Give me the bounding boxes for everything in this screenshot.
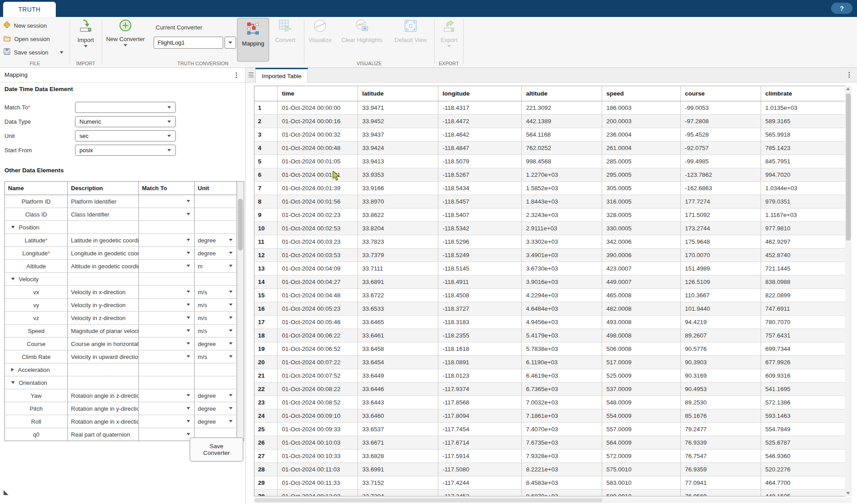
table-vertical-scrollbar[interactable] [845,86,852,496]
mapping-table-row[interactable]: AltitudeAltitude in geodetic coordinates… [5,260,237,273]
match-to-dropdown[interactable] [139,325,195,337]
mapping-table-row[interactable]: RollRotation angle in x-directiondegree [5,415,237,428]
match-to-dropdown[interactable] [139,299,195,311]
open-session-button[interactable]: Open session [4,34,50,43]
table-row[interactable]: 101-Oct-2024 00:00:0033.9471-118.4317221… [254,101,845,115]
column-header-time[interactable]: time [277,86,358,101]
collapse-icon[interactable] [11,278,15,280]
mapping-table-row[interactable]: Climb RateVelocity in upward directionm/… [5,350,237,363]
unit-dropdown[interactable]: m/s [195,312,237,324]
dropdown-data-type[interactable]: Numeric [75,116,176,127]
unit-dropdown[interactable]: degree [195,247,237,259]
table-row[interactable]: 701-Oct-2024 00:01:3933.9166-118.54341.5… [254,182,845,195]
column-header-latitude[interactable]: latitude [358,86,438,101]
table-row[interactable]: 2101-Oct-2024 00:07:5233.6449-118.01236.… [254,369,845,383]
table-row[interactable]: 301-Oct-2024 00:00:3233.9437-118.4642564… [254,128,845,142]
table-row[interactable]: 2901-Oct-2024 00:11:3333.7152-117.42448.… [254,476,845,490]
unit-dropdown[interactable]: degree [195,389,237,402]
table-row[interactable]: 2601-Oct-2024 00:10:0333.6671-117.67147.… [254,436,845,450]
column-header-altitude[interactable]: altitude [521,86,602,101]
unit-dropdown[interactable]: m/s [195,286,237,298]
column-header-course[interactable]: course [680,86,761,101]
table-row[interactable]: 1601-Oct-2024 00:05:2333.6533-118.37274.… [254,302,845,316]
scrollbar-up-icon[interactable] [846,87,850,90]
table-row[interactable]: 1701-Oct-2024 00:05:4633.6465-118.31834.… [254,316,845,329]
save-session-caret-icon[interactable] [60,51,63,54]
table-row[interactable]: 1301-Oct-2024 00:04:0933.7111-118.51453.… [254,262,845,275]
mapping-table-row[interactable]: Velocity [5,273,237,286]
table-row[interactable]: 1001-Oct-2024 00:02:5333.8204-118.53422.… [254,222,845,235]
table-row[interactable]: 2701-Oct-2024 00:10:3333.6828-117.59147.… [254,450,845,463]
horizontal-scrollbar-thumb[interactable] [254,498,603,502]
collapse-icon[interactable] [11,381,15,384]
scrollbar-thumb[interactable] [846,93,851,241]
match-to-dropdown[interactable] [139,415,195,428]
scrollbar-down-icon[interactable] [846,492,850,495]
default-view-button[interactable]: Default View [390,19,431,43]
mapping-table-row[interactable]: Orientation [5,376,237,389]
mapping-table-row[interactable]: Longitude*Longitude in geodetic coordina… [5,247,237,260]
new-converter-button[interactable]: New Converter [104,19,146,46]
visualize-button[interactable]: Visualize [306,19,334,43]
help-button[interactable]: ? [831,3,853,14]
table-row[interactable]: 3001-Oct-2024 00:12:0333.7304-117.34528.… [254,490,845,497]
save-converter-button[interactable]: Save Converter [190,437,243,462]
mapping-table-row[interactable]: SpeedMagnitude of planar velocitym/s [5,325,237,337]
dropdown-unit[interactable]: sec [75,130,176,142]
mapping-table-row[interactable]: vxVelocity in x-directionm/s [5,286,237,299]
match-to-dropdown[interactable] [139,350,195,363]
dropdown-start-from[interactable]: posix [75,145,176,156]
unit-dropdown[interactable]: degree [195,402,237,415]
match-to-dropdown[interactable] [139,428,195,441]
collapse-icon[interactable] [11,226,15,229]
table-row[interactable]: 801-Oct-2024 00:01:5633.8970-118.54571.8… [254,195,845,208]
tabstrip-menu-icon[interactable] [849,72,850,78]
table-row[interactable]: 1901-Oct-2024 00:06:5233.6458-118.16185.… [254,342,845,356]
table-row[interactable]: 1401-Oct-2024 00:04:2733.6891-118.49113.… [254,275,845,289]
unit-dropdown[interactable]: degree [195,234,237,246]
unit-dropdown[interactable]: degree [195,415,237,428]
table-row[interactable]: 1501-Oct-2024 00:04:4833.6722-118.45084.… [254,289,845,302]
tab-grip-icon[interactable] [249,72,254,78]
unit-dropdown[interactable]: m/s [195,350,237,363]
expand-icon[interactable] [11,368,14,371]
match-to-dropdown[interactable] [139,286,195,298]
mapping-table-row[interactable]: Position [5,221,237,234]
column-header-climbrate[interactable]: climbrate [761,86,845,101]
table-row[interactable]: 901-Oct-2024 00:02:2333.8622-118.54072.3… [254,208,845,222]
current-converter-input[interactable]: FlightLog1 [154,37,223,49]
unit-dropdown[interactable]: m/s [195,325,237,337]
table-row[interactable]: 401-Oct-2024 00:00:4833.9424-118.4847762… [254,142,845,155]
table-row[interactable]: 1101-Oct-2024 00:03:2333.7823-118.52963.… [254,235,845,249]
table-row[interactable]: 1801-Oct-2024 00:06:2233.6461-118.23555.… [254,329,845,342]
table-row[interactable]: 2301-Oct-2024 00:08:5233.6443-117.85687.… [254,396,845,409]
unit-dropdown[interactable]: degree [195,337,237,350]
match-to-dropdown[interactable] [139,195,195,208]
match-to-dropdown[interactable] [139,402,195,415]
mapping-table-row[interactable]: Latitude*Latitude in geodetic coordinate… [5,234,237,247]
save-session-button[interactable]: Save session [4,48,48,57]
unit-dropdown[interactable]: m [195,260,237,272]
match-to-dropdown[interactable] [139,234,195,246]
mapping-table-row[interactable]: Class IDClass Identifier [5,208,237,221]
resize-grip-icon[interactable] [4,490,8,495]
mapping-table-row[interactable]: Platform IDPlatform Identifier [5,195,237,208]
tab-imported-table[interactable]: Imported Table [255,68,308,83]
column-header-speed[interactable]: speed [602,86,680,101]
mapping-table-row[interactable]: Acceleration [5,363,237,376]
unit-dropdown[interactable]: m/s [195,299,237,311]
table-row[interactable]: 2501-Oct-2024 00:09:3333.6537-117.74547.… [254,423,845,436]
import-button[interactable]: Import [71,19,101,47]
mapping-scrollbar-thumb[interactable] [238,199,243,250]
table-row[interactable]: 2401-Oct-2024 00:09:1033.6460-117.80947.… [254,409,845,423]
mapping-table-row[interactable]: YawRotation angle in z-directiondegree [5,389,237,402]
table-row[interactable]: 501-Oct-2024 00:01:0533.9413-118.5079998… [254,155,845,168]
mapping-table-row[interactable]: vyVelocity in y-directionm/s [5,299,237,312]
match-to-dropdown[interactable] [139,312,195,324]
table-row[interactable]: 1201-Oct-2024 00:03:5333.7379-118.52493.… [254,249,845,262]
export-button[interactable]: Export [437,19,462,47]
match-to-dropdown[interactable] [139,260,195,272]
current-converter-dropdown-button[interactable] [225,37,236,49]
match-to-dropdown[interactable] [139,247,195,259]
mapping-table-scrollbar[interactable] [237,182,244,441]
